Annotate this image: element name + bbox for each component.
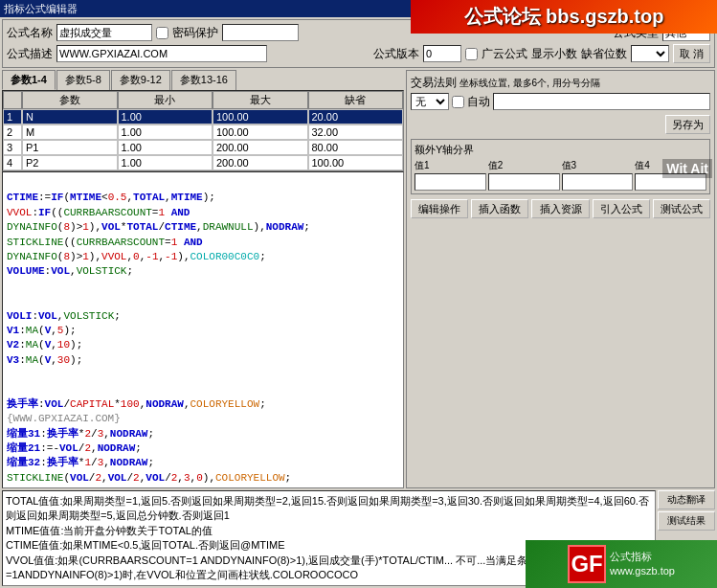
cancel-button[interactable]: 取 消 xyxy=(673,44,710,63)
save-as-button[interactable]: 另存为 xyxy=(665,115,710,134)
top-banner: 公式论坛 bbs.gszb.top xyxy=(411,0,717,34)
params-tabs: 参数1-4 参数5-8 参数9-12 参数13-16 xyxy=(2,70,404,90)
param-max-input[interactable] xyxy=(216,157,304,169)
cloud-checkbox[interactable] xyxy=(465,48,478,60)
test-formula-button[interactable]: 测试公式 xyxy=(653,199,710,218)
desc-label: 公式描述 xyxy=(7,46,53,62)
param-min-input[interactable] xyxy=(122,142,210,153)
password-checkbox[interactable] xyxy=(156,27,168,39)
row-max[interactable] xyxy=(213,109,308,124)
auto-checkbox[interactable] xyxy=(452,96,464,108)
bottom-logo: GF 公式指标 www.gszb.top xyxy=(526,540,717,588)
default-select[interactable] xyxy=(631,45,669,62)
param-name-input[interactable] xyxy=(26,126,114,138)
table-row[interactable]: 4 xyxy=(3,155,403,170)
row-max[interactable] xyxy=(213,124,308,140)
y-axis-item-2: 值2 xyxy=(488,159,560,191)
spacer xyxy=(411,223,710,484)
y-axis-input-2[interactable] xyxy=(488,173,560,191)
row-min[interactable] xyxy=(118,140,213,155)
table-row[interactable]: 1 xyxy=(3,109,403,124)
tab-params-9-12[interactable]: 参数9-12 xyxy=(111,70,170,90)
param-min-input[interactable] xyxy=(122,111,210,123)
param-max-input[interactable] xyxy=(216,111,304,123)
gp-label: GF xyxy=(571,551,602,577)
dynamic-translate-button[interactable]: 动态翻译 xyxy=(658,490,715,509)
row-default[interactable] xyxy=(308,155,404,170)
row-min[interactable] xyxy=(118,124,213,140)
param-default-input[interactable] xyxy=(312,111,400,123)
auto-label: 自动 xyxy=(467,94,490,110)
coord-label: 坐标线位置, 最多6个, 用分号分隔 xyxy=(459,77,600,90)
col-header-param: 参数 xyxy=(22,91,118,109)
logo-site: www.gszb.top xyxy=(610,564,675,578)
param-min-input[interactable] xyxy=(122,157,210,169)
code-editor[interactable]: CTIME:=IF(MTIME<0.5,TOTAL,MTIME); VVOL:I… xyxy=(2,171,404,488)
param-min-input[interactable] xyxy=(122,126,210,138)
trade-row-2: 无 自动 xyxy=(411,93,710,110)
name-label: 公式名称 xyxy=(7,25,53,41)
bottom-toolbar: 编辑操作 插入函数 插入资源 引入公式 测试公式 xyxy=(411,197,710,220)
param-default-input[interactable] xyxy=(312,126,400,138)
row-name[interactable] xyxy=(22,140,118,155)
insert-res-button[interactable]: 插入资源 xyxy=(531,199,589,218)
row-default[interactable] xyxy=(308,109,404,124)
row-min[interactable] xyxy=(118,109,213,124)
version-label: 公式版本 xyxy=(373,46,419,62)
form-row-2: 公式描述 公式版本 广云公式 显示小数 缺省位数 取 消 xyxy=(7,44,710,63)
col-header-min: 最小 xyxy=(118,91,213,109)
tab-params-5-8[interactable]: 参数5-8 xyxy=(56,70,110,90)
version-input[interactable] xyxy=(423,45,461,62)
param-default-input[interactable] xyxy=(312,157,400,169)
trade-row: 交易法则 坐标线位置, 最多6个, 用分号分隔 xyxy=(411,75,710,91)
row-name[interactable] xyxy=(22,109,118,124)
row-default[interactable] xyxy=(308,140,404,155)
name-input[interactable] xyxy=(56,24,152,41)
cloud-label: 广云公式 xyxy=(482,46,527,62)
logo-gp-text: GF xyxy=(568,545,606,583)
table-row[interactable]: 3 xyxy=(3,140,403,155)
trade-label: 交易法则 xyxy=(411,75,457,91)
password-label: 密码保护 xyxy=(172,25,218,41)
param-max-input[interactable] xyxy=(216,142,304,153)
y-axis-input-3[interactable] xyxy=(562,173,634,191)
param-name-input[interactable] xyxy=(26,157,114,169)
left-column: 参数1-4 参数5-8 参数9-12 参数13-16 参数 最小 最大 缺省 xyxy=(2,70,404,488)
password-input[interactable] xyxy=(222,24,299,41)
tab-params-1-4[interactable]: 参数1-4 xyxy=(2,70,56,90)
coord-input[interactable] xyxy=(493,93,710,110)
row-num: 3 xyxy=(3,140,22,155)
edit-ops-button[interactable]: 编辑操作 xyxy=(411,199,468,218)
right-column: 交易法则 坐标线位置, 最多6个, 用分号分隔 无 自动 另存为 额外Y轴 xyxy=(406,70,715,488)
trade-select[interactable]: 无 xyxy=(411,93,449,110)
two-col-layout: 参数1-4 参数5-8 参数9-12 参数13-16 参数 最小 最大 缺省 xyxy=(2,70,715,488)
y-axis-input-1[interactable] xyxy=(415,173,486,191)
default-label: 缺省位数 xyxy=(581,46,627,62)
col-header-default: 缺省 xyxy=(308,91,404,109)
row-max[interactable] xyxy=(213,155,308,170)
row-default[interactable] xyxy=(308,124,404,140)
param-max-input[interactable] xyxy=(216,126,304,138)
desc-input[interactable] xyxy=(56,45,267,62)
y-axis-item-3: 值3 xyxy=(562,159,634,191)
small-label: 显示小数 xyxy=(531,46,577,62)
insert-func-button[interactable]: 插入函数 xyxy=(471,199,528,218)
col-header-num xyxy=(3,91,22,109)
row-num: 2 xyxy=(3,124,22,140)
row-num: 1 xyxy=(3,109,22,124)
logo-right-text: 公式指标 www.gszb.top xyxy=(610,550,675,579)
row-name[interactable] xyxy=(22,155,118,170)
row-name[interactable] xyxy=(22,124,118,140)
param-default-input[interactable] xyxy=(312,142,400,153)
table-row[interactable]: 2 xyxy=(3,124,403,140)
title-text: 指标公式编辑器 xyxy=(4,2,78,16)
test-result-button[interactable]: 测试结果 xyxy=(658,511,715,531)
y-axis-label-1: 值1 xyxy=(415,159,486,172)
param-name-input[interactable] xyxy=(26,142,114,153)
tab-params-13-16[interactable]: 参数13-16 xyxy=(171,70,236,90)
row-max[interactable] xyxy=(213,140,308,155)
import-formula-button[interactable]: 引入公式 xyxy=(593,199,650,218)
param-name-input[interactable] xyxy=(26,111,114,123)
row-min[interactable] xyxy=(118,155,213,170)
row-num: 4 xyxy=(3,155,22,170)
